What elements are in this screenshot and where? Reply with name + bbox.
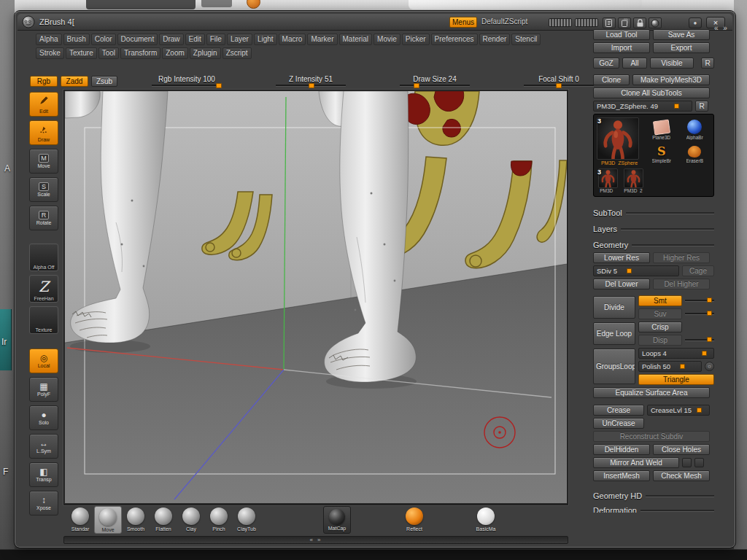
menu-item-color[interactable]: Color — [91, 34, 116, 45]
menu-item-zscript[interactable]: Zscript — [222, 47, 252, 59]
xpose-button[interactable]: ↕ Xpose — [29, 491, 58, 516]
zsub-toggle[interactable]: Zsub — [91, 76, 117, 87]
slider-handle[interactable] — [216, 83, 222, 88]
slider-handle[interactable] — [707, 337, 712, 342]
clone-all-subtools-button[interactable]: Clone All SubTools — [593, 88, 710, 98]
goz-button[interactable]: GoZ — [593, 58, 619, 69]
brush-standard[interactable]: Standar — [66, 508, 94, 532]
slider-handle[interactable] — [674, 104, 679, 109]
viewport-canvas[interactable] — [65, 91, 567, 503]
crisp-button[interactable]: Crisp — [638, 322, 682, 332]
menu-item-marker[interactable]: Marker — [307, 34, 337, 45]
menu-item-macro[interactable]: Macro — [279, 34, 306, 45]
clone-button[interactable]: Clone — [593, 74, 630, 85]
tool-item-small-2[interactable]: PM3D_2 — [622, 168, 644, 193]
scale-button[interactable]: S Scale — [29, 177, 58, 202]
del-hidden-button[interactable]: DelHidden — [593, 444, 650, 455]
loops-slider[interactable]: Loops 4 — [638, 348, 714, 359]
disp-mini-slider[interactable] — [685, 339, 714, 341]
close-holes-button[interactable]: Close Holes — [653, 444, 710, 455]
brush-move[interactable]: Move — [94, 506, 122, 534]
menu-item-material[interactable]: Material — [339, 34, 373, 45]
texture-selector[interactable]: Texture — [29, 306, 58, 334]
zscript-selector[interactable]: DefaultZScript — [481, 17, 527, 28]
menu-item-layer[interactable]: Layer — [227, 34, 252, 45]
polish-slider[interactable]: Polish 50 — [638, 361, 702, 372]
menu-item-zplugin[interactable]: Zplugin — [190, 47, 221, 59]
brush-flatten[interactable]: Flatten — [150, 508, 177, 532]
sphere-icon[interactable] — [649, 18, 662, 28]
draw-size-slider[interactable]: Draw Size 24 — [380, 75, 489, 87]
uncrease-button[interactable]: UnCrease — [593, 418, 644, 429]
edge-loop-button[interactable]: Edge Loop — [593, 322, 635, 345]
canvas-scrollbar[interactable]: « » — [63, 536, 568, 544]
menu-item-light[interactable]: Light — [254, 34, 277, 45]
draw-button[interactable]: Draw — [29, 120, 58, 145]
weld-axis-toggle-icon[interactable] — [694, 458, 704, 467]
export-button[interactable]: Export — [653, 42, 710, 53]
menu-item-document[interactable]: Document — [117, 34, 158, 45]
slider-handle[interactable] — [707, 311, 712, 316]
reconstruct-subdiv-button[interactable]: Reconstruct Subdiv — [593, 431, 710, 442]
menu-item-alpha[interactable]: Alpha — [36, 34, 62, 45]
load-tool-button[interactable]: Load Tool — [593, 29, 650, 40]
menu-item-texture[interactable]: Texture — [66, 47, 97, 59]
zadd-toggle[interactable]: Zadd — [61, 76, 88, 87]
smt-mini-slider[interactable] — [685, 300, 714, 302]
local-symmetry-button[interactable]: ↔ L.Sym — [29, 434, 58, 459]
goz-all-button[interactable]: All — [622, 58, 647, 69]
restore-document-icon[interactable] — [618, 18, 631, 28]
current-tool-thumbnail[interactable]: 3 PM3D_ZSphere — [597, 117, 642, 166]
menu-item-transform[interactable]: Transform — [120, 47, 160, 59]
import-button[interactable]: Import — [593, 42, 650, 53]
tool-item-alphabrush[interactable]: AlphaBr — [679, 117, 711, 142]
rotate-button[interactable]: R Rotate — [29, 206, 58, 230]
menu-item-draw[interactable]: Draw — [159, 34, 183, 45]
mirror-and-weld-button[interactable]: Mirror And Weld — [593, 457, 679, 468]
geometry-section-header[interactable]: Geometry — [593, 241, 714, 249]
slider-handle[interactable] — [707, 298, 712, 303]
menu-item-render[interactable]: Render — [479, 34, 511, 45]
tool-item-small-1[interactable]: 3 PM3D_ — [597, 168, 619, 193]
tool-item-simplebrush[interactable]: S SimpleBr — [646, 144, 678, 166]
brush-smooth[interactable]: Smooth — [122, 508, 150, 532]
slider-handle[interactable] — [680, 364, 685, 369]
slider-handle[interactable] — [556, 83, 562, 88]
local-button[interactable]: ◎ Local — [29, 349, 58, 373]
menu-item-file[interactable]: File — [206, 34, 225, 45]
crease-button[interactable]: Crease — [593, 405, 644, 416]
menu-item-stroke[interactable]: Stroke — [36, 47, 64, 59]
edit-button[interactable]: Edit — [29, 92, 58, 117]
divide-button[interactable]: Divide — [593, 296, 635, 319]
brush-pinch[interactable]: Pinch — [205, 508, 233, 532]
tool-item-plane3d[interactable]: Plane3D — [646, 117, 678, 142]
lower-res-button[interactable]: Lower Res — [593, 252, 650, 263]
menu-item-picker[interactable]: Picker — [402, 34, 430, 45]
active-tool-slider[interactable]: PM3D_ZSphere. 49 — [593, 101, 692, 112]
menu-item-movie[interactable]: Movie — [374, 34, 400, 45]
make-polymesh3d-button[interactable]: Make PolyMesh3D — [632, 74, 710, 85]
z-intensity-slider[interactable]: Z Intensity 51 — [256, 75, 365, 87]
alpha-selector[interactable]: Alpha Off — [29, 244, 58, 271]
geometry-hd-section-header[interactable]: Geometry HD — [593, 491, 714, 500]
tray-scroll-arrows[interactable]: « » — [714, 24, 729, 32]
sdiv-slider[interactable]: SDiv 5 — [593, 265, 679, 276]
save-as-button[interactable]: Save As — [653, 29, 710, 40]
suv-button[interactable]: Suv — [638, 308, 682, 319]
layers-section-header[interactable]: Layers — [593, 225, 714, 233]
menu-item-brush[interactable]: Brush — [63, 34, 90, 45]
rgb-toggle[interactable]: Rgb — [30, 76, 58, 87]
store-document-icon[interactable] — [603, 18, 616, 28]
smt-toggle[interactable]: Smt — [638, 295, 682, 306]
material-basic[interactable]: BasicMa — [472, 508, 500, 532]
lock-icon[interactable] — [633, 18, 646, 28]
matcap-selector[interactable]: MatCap — [323, 506, 351, 534]
check-mesh-button[interactable]: Check Mesh — [653, 470, 710, 481]
stroke-selector[interactable]: Z FreeHan — [29, 275, 58, 303]
material-reflect[interactable]: Reflect — [400, 508, 428, 532]
groups-loops-button[interactable]: GroupsLoops — [593, 349, 635, 384]
titlebar-scrubber-left[interactable] — [549, 18, 572, 27]
insert-mesh-button[interactable]: InsertMesh — [593, 470, 650, 481]
triangle-toggle[interactable]: Triangle — [638, 374, 714, 385]
cage-button[interactable]: Cage — [682, 265, 714, 276]
